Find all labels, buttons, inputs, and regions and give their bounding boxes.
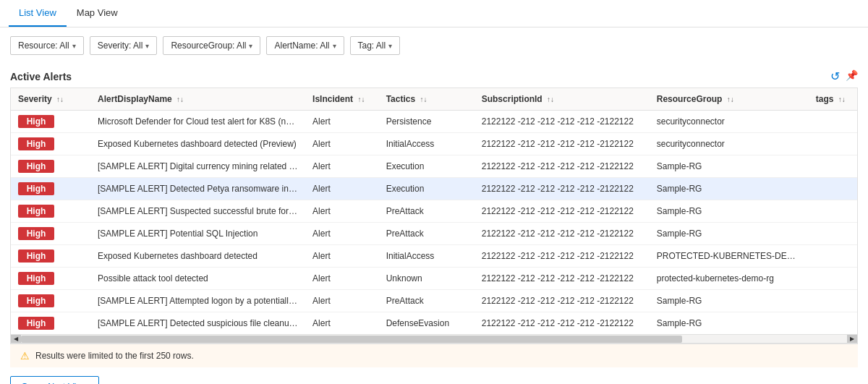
chevron-down-icon: ▾ <box>388 42 392 50</box>
scroll-track <box>21 335 847 344</box>
subscription-cell: 2122122 -212 -212 -212 -212 -2122122 <box>475 111 650 133</box>
severity-badge: High <box>18 205 54 218</box>
table-row[interactable]: High[SAMPLE ALERT] Detected suspicious f… <box>11 312 857 335</box>
table-row[interactable]: HighMicrosoft Defender for Cloud test al… <box>11 111 857 133</box>
alert-name-cell: [SAMPLE ALERT] Suspected successful brut… <box>90 200 305 223</box>
open-alert-view-button[interactable]: Open Alert View <box>10 376 99 384</box>
tags-cell <box>809 268 857 290</box>
refresh-icon[interactable]: ↺ <box>830 69 840 83</box>
table-row[interactable]: High[SAMPLE ALERT] Potential SQL Injecti… <box>11 223 857 245</box>
footer-warning-text: Results were limited to the first 250 ro… <box>35 351 194 361</box>
incident-cell: Alert <box>305 290 379 312</box>
filter-resource[interactable]: Resource: All ▾ <box>10 36 84 55</box>
subscription-cell: 2122122 -212 -212 -212 -212 -2122122 <box>475 290 650 312</box>
severity-badge: High <box>18 182 54 195</box>
table-row[interactable]: High[SAMPLE ALERT] Suspected successful … <box>11 200 857 223</box>
tags-cell <box>809 223 857 245</box>
severity-badge: High <box>18 272 54 285</box>
table-row[interactable]: High[SAMPLE ALERT] Detected Petya ransom… <box>11 178 857 200</box>
incident-cell: Alert <box>305 245 379 268</box>
section-header: Active Alerts ↺ 📌 <box>10 64 858 88</box>
filter-tag[interactable]: Tag: All ▾ <box>350 36 401 55</box>
tactics-cell: Execution <box>379 155 475 178</box>
chevron-down-icon: ▾ <box>145 42 149 50</box>
tags-cell <box>809 133 857 155</box>
severity-badge: High <box>18 227 54 240</box>
sort-icon: ↑↓ <box>357 95 365 103</box>
scroll-left-btn[interactable]: ◀ <box>11 335 21 344</box>
filter-severity[interactable]: Severity: All ▾ <box>90 36 158 55</box>
alert-name-cell: Possible attack tool detected <box>90 268 305 290</box>
alert-name-cell: [SAMPLE ALERT] Potential SQL Injection <box>90 223 305 245</box>
bottom-bar: Open Alert View <box>0 367 868 384</box>
tab-list-view[interactable]: List View <box>9 0 67 27</box>
col-header-tactics: Tactics ↑↓ <box>379 88 475 111</box>
scroll-right-btn[interactable]: ▶ <box>847 335 857 344</box>
subscription-cell: 2122122 -212 -212 -212 -212 -2122122 <box>475 312 650 335</box>
resource-group-cell: Sample-RG <box>650 223 809 245</box>
col-header-rg: ResourceGroup ↑↓ <box>650 88 809 111</box>
filter-alert-name[interactable]: AlertName: All ▾ <box>266 36 344 55</box>
alert-name-cell: Exposed Kubernetes dashboard detected <box>90 245 305 268</box>
incident-cell: Alert <box>305 223 379 245</box>
subscription-cell: 2122122 -212 -212 -212 -212 -2122122 <box>475 155 650 178</box>
sort-icon: ↑↓ <box>56 95 64 103</box>
resource-group-cell: PROTECTED-KUBERNETES-DEMO-RG <box>650 245 809 268</box>
severity-badge: High <box>18 294 54 307</box>
tab-map-view[interactable]: Map View <box>67 0 128 27</box>
table-row[interactable]: HighPossible attack tool detectedAlertUn… <box>11 268 857 290</box>
chevron-down-icon: ▾ <box>72 42 76 50</box>
incident-cell: Alert <box>305 111 379 133</box>
tags-cell <box>809 111 857 133</box>
severity-cell: High <box>11 178 90 200</box>
severity-badge: High <box>18 249 54 263</box>
tactics-cell: PreAttack <box>379 290 475 312</box>
tab-bar: List View Map View <box>0 0 868 27</box>
incident-cell: Alert <box>305 133 379 155</box>
severity-cell: High <box>11 268 90 290</box>
col-header-severity: Severity ↑↓ <box>11 88 90 111</box>
col-header-alert: AlertDisplayName ↑↓ <box>90 88 305 111</box>
sort-icon: ↑↓ <box>547 95 554 103</box>
pin-icon[interactable]: 📌 <box>846 69 858 83</box>
tags-cell <box>809 200 857 223</box>
sort-icon: ↑↓ <box>420 95 427 103</box>
tactics-cell: Unknown <box>379 268 475 290</box>
tags-cell <box>809 245 857 268</box>
alert-name-cell: [SAMPLE ALERT] Detected suspicious file … <box>90 312 305 335</box>
subscription-cell: 2122122 -212 -212 -212 -212 -2122122 <box>475 178 650 200</box>
filter-resource-group[interactable]: ResourceGroup: All ▾ <box>163 36 260 55</box>
tactics-cell: InitialAccess <box>379 245 475 268</box>
incident-cell: Alert <box>305 268 379 290</box>
tactics-cell: PreAttack <box>379 223 475 245</box>
alerts-table-container: Severity ↑↓ AlertDisplayName ↑↓ IsIncide… <box>10 88 858 344</box>
col-header-tags: tags ↑↓ <box>809 88 857 111</box>
table-row[interactable]: High[SAMPLE ALERT] Digital currency mini… <box>11 155 857 178</box>
table-row[interactable]: HighExposed Kubernetes dashboard detecte… <box>11 133 857 155</box>
subscription-cell: 2122122 -212 -212 -212 -212 -2122122 <box>475 245 650 268</box>
tactics-cell: PreAttack <box>379 200 475 223</box>
table-scroll[interactable]: Severity ↑↓ AlertDisplayName ↑↓ IsIncide… <box>11 88 857 334</box>
severity-cell: High <box>11 133 90 155</box>
incident-cell: Alert <box>305 200 379 223</box>
table-row[interactable]: HighExposed Kubernetes dashboard detecte… <box>11 245 857 268</box>
chevron-down-icon: ▾ <box>249 42 252 50</box>
alert-name-cell: [SAMPLE ALERT] Digital currency mining r… <box>90 155 305 178</box>
filters-bar: Resource: All ▾ Severity: All ▾ Resource… <box>0 27 868 64</box>
col-header-incident: IsIncident ↑↓ <box>305 88 379 111</box>
subscription-cell: 2122122 -212 -212 -212 -212 -2122122 <box>475 133 650 155</box>
scroll-thumb <box>21 336 682 343</box>
resource-group-cell: Sample-RG <box>650 178 809 200</box>
resource-group-cell: Sample-RG <box>650 312 809 335</box>
resource-group-cell: securityconnector <box>650 111 809 133</box>
severity-cell: High <box>11 223 90 245</box>
severity-cell: High <box>11 111 90 133</box>
resource-group-cell: Sample-RG <box>650 155 809 178</box>
table-row[interactable]: High[SAMPLE ALERT] Attempted logon by a … <box>11 290 857 312</box>
severity-badge: High <box>18 160 54 173</box>
tags-cell <box>809 155 857 178</box>
warning-icon: ⚠ <box>20 350 30 362</box>
alert-name-cell: [SAMPLE ALERT] Attempted logon by a pote… <box>90 290 305 312</box>
horizontal-scrollbar[interactable]: ◀ ▶ <box>11 334 857 343</box>
alert-name-cell: Exposed Kubernetes dashboard detected (P… <box>90 133 305 155</box>
